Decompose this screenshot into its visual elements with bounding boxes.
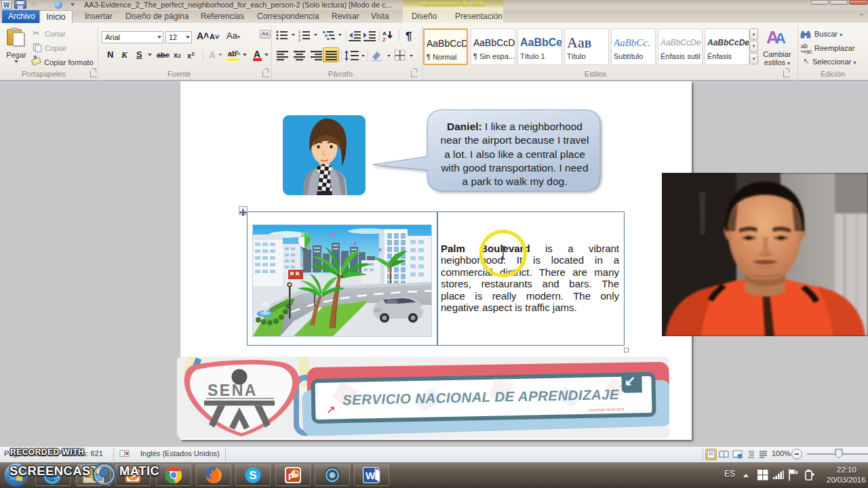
svg-text:Z: Z [382,37,386,42]
svg-text:P: P [288,472,294,482]
svg-text:¶: ¶ [406,30,412,42]
svg-text:SENA: SENA [208,382,258,399]
svg-text:W: W [366,470,376,481]
svg-text:A: A [382,30,387,37]
svg-text:S: S [249,469,256,482]
svg-text:3: 3 [298,38,300,42]
